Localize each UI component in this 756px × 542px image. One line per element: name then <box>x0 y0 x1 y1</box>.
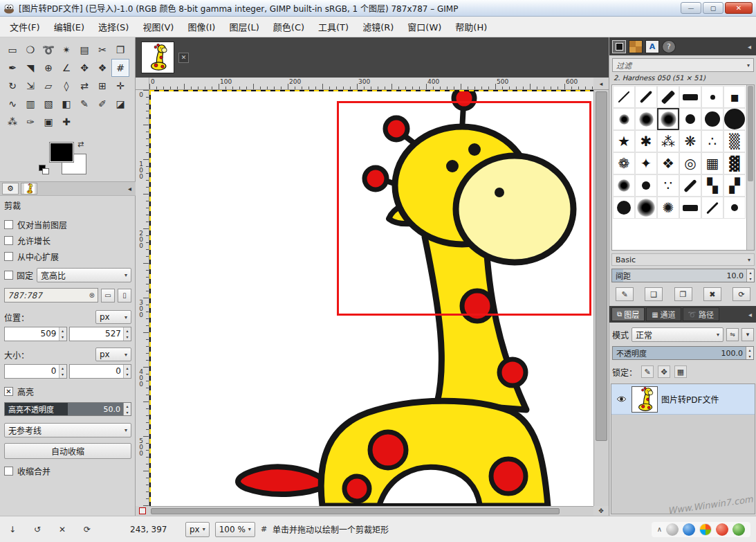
menu-tools[interactable]: 工具(T) <box>311 17 356 36</box>
image-tab[interactable] <box>141 42 174 73</box>
tool-unified-transform[interactable]: ⊞ <box>93 77 111 95</box>
tool-measure[interactable]: ∠ <box>57 59 75 77</box>
brush-patch[interactable]: ▚ <box>701 174 723 197</box>
fixed-checkbox[interactable] <box>4 271 13 280</box>
spinner-arrows-icon[interactable]: ▴▾ <box>746 269 754 282</box>
brush-chalk[interactable]: ▒ <box>723 130 746 152</box>
brush-shade[interactable]: ▓ <box>723 152 746 174</box>
brush-ring[interactable]: ◎ <box>679 152 701 174</box>
brush-spacing-slider[interactable]: 间距 10.0 ▴▾ <box>611 269 755 282</box>
default-colors-icon[interactable] <box>39 165 50 174</box>
brush-spray[interactable]: ∵ <box>657 174 679 197</box>
delete-tool-preset-button[interactable]: ✕ <box>55 523 69 536</box>
brush-soft-medium[interactable] <box>635 108 657 130</box>
brush-block[interactable] <box>679 86 701 108</box>
menu-windows[interactable]: 窗口(W) <box>400 17 448 36</box>
horizontal-scrollbar-thumb[interactable] <box>151 508 560 514</box>
brush-flower[interactable]: ❁ <box>613 152 635 174</box>
brush-scrollbar-thumb[interactable] <box>748 86 753 181</box>
restore-tool-preset-button[interactable]: ↺ <box>30 523 44 536</box>
menu-filters[interactable]: 滤镜(R) <box>356 17 400 36</box>
tab-channels[interactable]: ▦ 通道 <box>646 307 681 321</box>
lock-alpha-icon[interactable]: ▦ <box>674 365 687 378</box>
brush-asterism[interactable]: ⁂ <box>657 130 679 152</box>
image-thumbnail-tab[interactable] <box>21 183 37 195</box>
spinner-arrows-icon[interactable]: ▴▾ <box>59 365 66 378</box>
guides-select[interactable]: 无参考线 ▾ <box>4 423 131 437</box>
duplicate-brush-button[interactable]: ❐ <box>674 287 692 301</box>
tab-paths[interactable]: ➰ 路径 <box>683 307 719 321</box>
layer-row[interactable]: 图片转PDF文件 <box>611 384 755 415</box>
delete-brush-button[interactable]: ✖ <box>703 287 721 301</box>
tool-ink[interactable]: ✑ <box>21 113 39 131</box>
autoshrink-button[interactable]: 自动收缩 <box>4 443 131 459</box>
zoom-select[interactable]: 100 % ▾ <box>215 522 255 537</box>
tool-paths[interactable]: ✒ <box>3 59 21 77</box>
tool-select-by-color[interactable]: ▤ <box>75 41 93 59</box>
tool-scissors-select[interactable]: ✂ <box>93 41 111 59</box>
layer-mode-select[interactable]: 正常 ▾ <box>631 327 723 342</box>
spinner-arrows-icon[interactable]: ▴▾ <box>746 347 753 359</box>
brush-hardness-050[interactable] <box>657 108 679 130</box>
brush-hard-medium[interactable] <box>701 108 723 130</box>
tool-clone[interactable]: ▣ <box>39 113 57 131</box>
foreground-color-swatch[interactable] <box>50 143 73 162</box>
spinner-arrows-icon[interactable]: ▴▾ <box>123 403 131 415</box>
vertical-scrollbar[interactable] <box>593 90 609 506</box>
image-tab-close-icon[interactable]: ✕ <box>178 53 189 63</box>
tool-heal[interactable]: ✚ <box>57 113 75 131</box>
position-unit-select[interactable]: px ▾ <box>95 310 131 324</box>
brush-square-small[interactable]: ▪ <box>723 86 746 108</box>
vertical-scrollbar-thumb[interactable] <box>596 91 607 441</box>
swap-colors-icon[interactable]: ⇄ <box>77 140 84 149</box>
tray-chevron-icon[interactable]: ∧ <box>657 525 662 533</box>
brush-hard-small[interactable] <box>679 108 701 130</box>
tab-layers[interactable]: ⧉ 图层 <box>611 307 645 321</box>
brush-line-thick[interactable] <box>657 86 679 108</box>
brush-soft-large[interactable] <box>635 197 657 219</box>
aspect-ratio-input[interactable]: 787:787 ⊗ <box>4 288 98 302</box>
dock-menu-icon[interactable]: ◂ <box>126 185 133 192</box>
brush-soft-small[interactable] <box>613 108 635 130</box>
lock-position-icon[interactable]: ✥ <box>658 365 670 378</box>
save-tool-preset-button[interactable]: ↓ <box>6 523 19 536</box>
brush-hard-large[interactable] <box>723 108 746 130</box>
tool-fuzzy-select[interactable]: ✴ <box>57 41 75 59</box>
unit-select[interactable]: px ▾ <box>185 522 210 537</box>
brush-dot-round[interactable] <box>723 197 746 219</box>
size-y-input[interactable]: 0 ▴▾ <box>69 364 132 379</box>
tool-warp-transform[interactable]: ∿ <box>3 95 21 113</box>
tray-app-icon[interactable] <box>716 523 728 536</box>
brush-group-row[interactable]: Basic ▾ <box>611 253 755 266</box>
current-layer-checkbox[interactable] <box>4 220 13 229</box>
refresh-brushes-button[interactable]: ⟳ <box>732 287 750 301</box>
tool-scale[interactable]: ⇲ <box>21 77 39 95</box>
size-x-input[interactable]: 0 ▴▾ <box>4 364 67 379</box>
brush-line-3[interactable] <box>701 197 723 219</box>
brush-star[interactable]: ★ <box>613 130 635 152</box>
brush-scrollbar[interactable] <box>746 85 754 250</box>
quick-mask-toggle[interactable] <box>136 506 149 516</box>
position-y-input[interactable]: 527 ▴▾ <box>69 327 132 341</box>
brush-streak[interactable] <box>679 174 701 197</box>
tool-crop[interactable]: # <box>111 59 129 77</box>
tool-shear[interactable]: ▱ <box>39 77 57 95</box>
vertical-ruler[interactable]: 0100200300400500600 <box>136 90 149 506</box>
spinner-arrows-icon[interactable]: ▴▾ <box>59 327 66 341</box>
size-unit-select[interactable]: px ▾ <box>95 347 131 361</box>
spinner-arrows-icon[interactable]: ▴▾ <box>123 327 131 341</box>
portrait-icon[interactable]: ▯ <box>118 289 131 302</box>
windows-logo-icon[interactable] <box>699 523 712 536</box>
brush-hard-round[interactable] <box>635 174 657 197</box>
brush-bar-2[interactable] <box>679 197 701 219</box>
menu-view[interactable]: 视图(V) <box>136 17 181 36</box>
mode-default-button[interactable]: ▾ <box>741 328 754 341</box>
menu-help[interactable]: 帮助(H) <box>448 17 494 36</box>
highlight-opacity-slider[interactable]: 高亮不透明度 50.0 ▴▾ <box>4 402 131 416</box>
canvas[interactable] <box>149 90 593 506</box>
horizontal-scrollbar[interactable] <box>149 506 593 516</box>
edit-brush-button[interactable]: ✎ <box>616 287 634 301</box>
tool-handle-transform[interactable]: ✛ <box>111 77 129 95</box>
brush-dot-tiny[interactable] <box>701 86 723 108</box>
dialog-menu-icon[interactable]: ◂ <box>746 43 753 51</box>
